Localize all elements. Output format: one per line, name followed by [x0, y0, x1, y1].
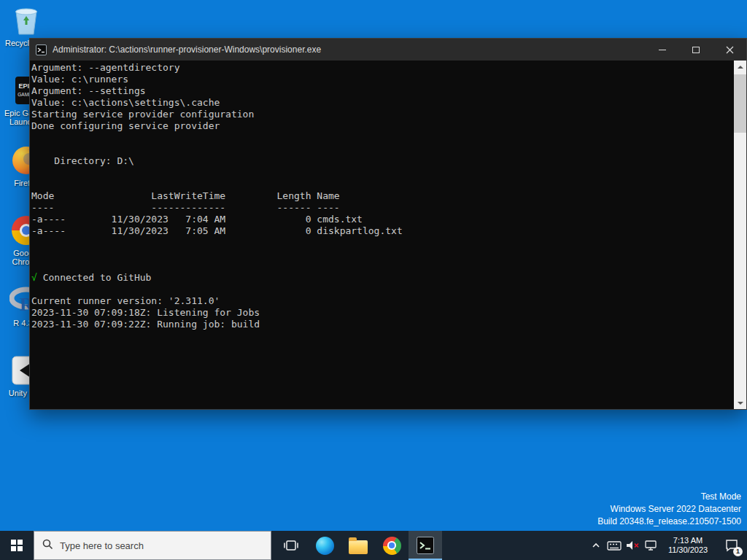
maximize-icon — [692, 47, 700, 53]
console-line — [31, 179, 734, 190]
console-line: -a---- 11/30/2023 7:04 AM 0 cmds.txt — [31, 214, 734, 225]
windows-logo-icon — [11, 540, 23, 551]
minimize-button[interactable] — [646, 39, 679, 61]
system-tray: 7:13 AM 11/30/2023 1 — [587, 531, 747, 560]
scroll-down-icon[interactable] — [734, 397, 746, 409]
console-line — [31, 249, 734, 260]
console-scrollbar[interactable] — [734, 61, 746, 409]
console-line: 2023-11-30 07:09:22Z: Running job: build — [31, 319, 734, 330]
taskbar-app-icons — [274, 531, 442, 560]
console-line — [31, 132, 734, 144]
console-line: Argument: --agentdirectory — [31, 62, 734, 74]
close-button[interactable] — [713, 39, 746, 61]
scroll-up-icon[interactable] — [734, 61, 746, 73]
taskbar-edge-button[interactable] — [308, 531, 341, 560]
console-body: Argument: --agentdirectoryValue: c:\runn… — [30, 61, 746, 409]
watermark-line: Build 20348.fe_release.210507-1500 — [597, 516, 741, 528]
console-line: ---- ------------- ------ ---- — [31, 202, 734, 214]
search-icon — [42, 538, 53, 553]
console-line: Mode LastWriteTime Length Name — [31, 190, 734, 202]
scrollbar-thumb[interactable] — [734, 74, 746, 133]
console-line: Current runner version: '2.311.0' — [31, 295, 734, 307]
touch-keyboard[interactable] — [605, 531, 623, 560]
taskbar-clock[interactable]: 7:13 AM 11/30/2023 — [659, 536, 716, 555]
recycle-bin-icon — [12, 4, 40, 36]
taskbar: Type here to search 7:13 AM 11/30/2023 1 — [0, 531, 747, 560]
console-line: Argument: --settings — [31, 85, 734, 97]
clock-date: 11/30/2023 — [662, 545, 713, 555]
hidden-icons-chevron[interactable] — [587, 531, 605, 560]
action-center-button[interactable]: 1 — [716, 531, 747, 560]
notification-badge: 1 — [733, 547, 743, 556]
console-line: Value: c:\actions\settings\.cache — [31, 97, 734, 109]
watermark-line: Windows Server 2022 Datacenter — [597, 503, 741, 516]
clock-time: 7:13 AM — [662, 536, 713, 545]
minimize-icon — [659, 50, 666, 50]
console-line — [31, 237, 734, 249]
network[interactable] — [641, 531, 659, 560]
console-titlebar[interactable]: Administrator: C:\actions\runner-provisi… — [30, 39, 746, 61]
console-title: Administrator: C:\actions\runner-provisi… — [53, 44, 646, 55]
taskbar-task-view-button[interactable] — [274, 531, 308, 560]
close-icon — [726, 46, 734, 54]
console-line — [31, 284, 734, 295]
window-controls — [646, 39, 746, 61]
console-line: 2023-11-30 07:09:18Z: Listening for Jobs — [31, 307, 734, 319]
console-line: Starting service provider configuration — [31, 109, 734, 120]
tray-icons — [587, 531, 659, 560]
search-placeholder: Type here to search — [60, 540, 144, 551]
console-line: -a---- 11/30/2023 7:05 AM 0 diskpartlog.… — [31, 225, 734, 237]
volume-muted[interactable] — [623, 531, 641, 560]
taskbar-search[interactable]: Type here to search — [34, 531, 271, 560]
taskbar-file-explorer-button[interactable] — [341, 531, 375, 560]
console-app-icon — [36, 44, 47, 55]
console-line — [31, 167, 734, 179]
console-window: Administrator: C:\actions\runner-provisi… — [29, 38, 747, 410]
taskbar-console-button[interactable] — [409, 531, 442, 560]
console-line — [31, 144, 734, 155]
console-line: √ Connected to GitHub — [31, 272, 734, 284]
watermark-line: Test Mode — [597, 491, 741, 503]
console-output[interactable]: Argument: --agentdirectoryValue: c:\runn… — [31, 62, 734, 409]
console-line: Directory: D:\ — [31, 155, 734, 167]
console-line: Value: c:\runners — [31, 74, 734, 85]
check-icon: √ — [31, 272, 37, 283]
watermark: Test ModeWindows Server 2022 DatacenterB… — [597, 491, 741, 528]
taskbar-chrome-button[interactable] — [375, 531, 409, 560]
console-line — [31, 260, 734, 272]
console-line: Done configuring service provider — [31, 120, 734, 132]
start-button[interactable] — [0, 531, 34, 560]
maximize-button[interactable] — [679, 39, 713, 61]
